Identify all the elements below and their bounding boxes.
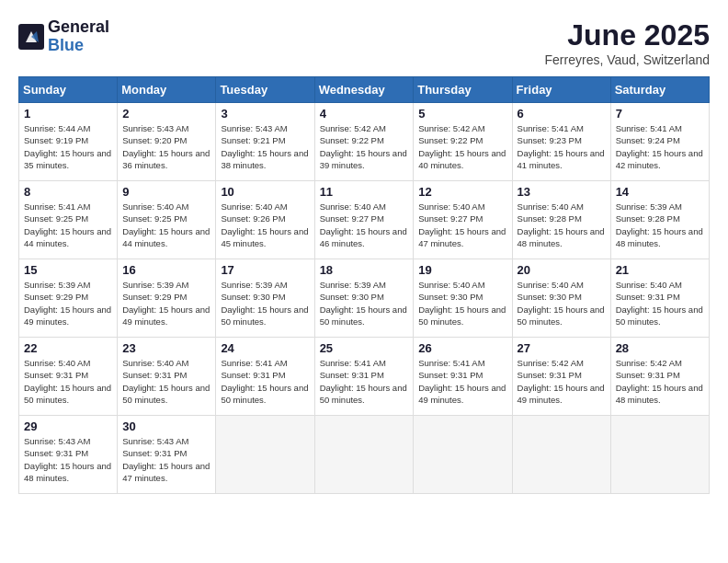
calendar-cell: 7 Sunrise: 5:41 AMSunset: 9:24 PMDayligh… — [610, 103, 709, 181]
day-info: Sunrise: 5:39 AMSunset: 9:29 PMDaylight:… — [122, 279, 210, 327]
day-info: Sunrise: 5:39 AMSunset: 9:29 PMDaylight:… — [24, 279, 112, 327]
day-number: 18 — [320, 263, 409, 277]
calendar-cell: 5 Sunrise: 5:42 AMSunset: 9:22 PMDayligh… — [414, 103, 512, 181]
day-number: 30 — [122, 419, 210, 433]
month-title: June 2025 — [545, 18, 710, 52]
day-info: Sunrise: 5:39 AMSunset: 9:30 PMDaylight:… — [320, 279, 409, 327]
day-number: 26 — [418, 341, 506, 355]
day-info: Sunrise: 5:40 AMSunset: 9:31 PMDaylight:… — [122, 357, 210, 406]
calendar-cell — [216, 416, 314, 494]
day-header-thursday: Thursday — [414, 77, 512, 103]
day-info: Sunrise: 5:40 AMSunset: 9:26 PMDaylight:… — [221, 201, 309, 249]
day-number: 9 — [122, 185, 210, 199]
day-info: Sunrise: 5:42 AMSunset: 9:31 PMDaylight:… — [616, 357, 704, 406]
calendar-cell: 21 Sunrise: 5:40 AMSunset: 9:31 PMDaylig… — [610, 259, 709, 338]
logo-text: General Blue — [48, 18, 109, 55]
calendar-header-row: SundayMondayTuesdayWednesdayThursdayFrid… — [19, 77, 710, 103]
calendar-week-row: 15 Sunrise: 5:39 AMSunset: 9:29 PMDaylig… — [19, 259, 710, 338]
day-info: Sunrise: 5:40 AMSunset: 9:25 PMDaylight:… — [122, 201, 210, 249]
calendar-cell: 10 Sunrise: 5:40 AMSunset: 9:26 PMDaylig… — [216, 181, 314, 259]
calendar-cell — [512, 416, 610, 494]
day-info: Sunrise: 5:43 AMSunset: 9:31 PMDaylight:… — [24, 435, 112, 484]
calendar-cell: 8 Sunrise: 5:41 AMSunset: 9:25 PMDayligh… — [19, 181, 118, 259]
calendar-cell: 24 Sunrise: 5:41 AMSunset: 9:31 PMDaylig… — [216, 338, 314, 416]
day-header-sunday: Sunday — [19, 77, 118, 103]
calendar-cell — [610, 416, 709, 494]
calendar-cell: 9 Sunrise: 5:40 AMSunset: 9:25 PMDayligh… — [118, 181, 216, 259]
day-header-tuesday: Tuesday — [216, 77, 314, 103]
day-info: Sunrise: 5:41 AMSunset: 9:31 PMDaylight:… — [221, 357, 309, 406]
logo-blue: Blue — [48, 37, 109, 55]
day-info: Sunrise: 5:40 AMSunset: 9:27 PMDaylight:… — [418, 201, 506, 249]
day-number: 11 — [320, 185, 409, 199]
day-number: 25 — [320, 341, 409, 355]
day-info: Sunrise: 5:40 AMSunset: 9:27 PMDaylight:… — [320, 201, 409, 249]
day-header-wednesday: Wednesday — [314, 77, 414, 103]
day-info: Sunrise: 5:40 AMSunset: 9:31 PMDaylight:… — [616, 279, 704, 327]
day-number: 24 — [221, 341, 309, 355]
day-number: 23 — [122, 341, 210, 355]
calendar-cell: 29 Sunrise: 5:43 AMSunset: 9:31 PMDaylig… — [19, 416, 118, 494]
calendar-cell: 23 Sunrise: 5:40 AMSunset: 9:31 PMDaylig… — [118, 338, 216, 416]
day-info: Sunrise: 5:42 AMSunset: 9:22 PMDaylight:… — [320, 122, 409, 171]
day-header-monday: Monday — [118, 77, 216, 103]
calendar-cell: 25 Sunrise: 5:41 AMSunset: 9:31 PMDaylig… — [314, 338, 414, 416]
calendar-cell: 3 Sunrise: 5:43 AMSunset: 9:21 PMDayligh… — [216, 103, 314, 181]
day-info: Sunrise: 5:42 AMSunset: 9:22 PMDaylight:… — [418, 122, 506, 171]
day-number: 17 — [221, 263, 309, 277]
day-info: Sunrise: 5:41 AMSunset: 9:24 PMDaylight:… — [616, 122, 704, 171]
day-info: Sunrise: 5:41 AMSunset: 9:31 PMDaylight:… — [418, 357, 506, 406]
day-info: Sunrise: 5:40 AMSunset: 9:28 PMDaylight:… — [518, 201, 606, 249]
day-number: 15 — [24, 263, 112, 277]
calendar-week-row: 29 Sunrise: 5:43 AMSunset: 9:31 PMDaylig… — [19, 416, 710, 494]
day-number: 28 — [616, 341, 704, 355]
day-number: 1 — [24, 107, 112, 121]
calendar-cell: 14 Sunrise: 5:39 AMSunset: 9:28 PMDaylig… — [610, 181, 709, 259]
calendar-cell: 18 Sunrise: 5:39 AMSunset: 9:30 PMDaylig… — [314, 259, 414, 338]
title-area: June 2025 Ferreyres, Vaud, Switzerland — [545, 18, 710, 67]
calendar-cell: 19 Sunrise: 5:40 AMSunset: 9:30 PMDaylig… — [414, 259, 512, 338]
calendar-cell: 22 Sunrise: 5:40 AMSunset: 9:31 PMDaylig… — [19, 338, 118, 416]
calendar-cell: 4 Sunrise: 5:42 AMSunset: 9:22 PMDayligh… — [314, 103, 414, 181]
calendar-cell: 16 Sunrise: 5:39 AMSunset: 9:29 PMDaylig… — [118, 259, 216, 338]
day-number: 16 — [122, 263, 210, 277]
day-info: Sunrise: 5:42 AMSunset: 9:31 PMDaylight:… — [518, 357, 606, 406]
day-info: Sunrise: 5:40 AMSunset: 9:30 PMDaylight:… — [418, 279, 506, 327]
day-info: Sunrise: 5:41 AMSunset: 9:25 PMDaylight:… — [24, 201, 112, 249]
day-info: Sunrise: 5:43 AMSunset: 9:31 PMDaylight:… — [122, 435, 210, 484]
day-number: 3 — [221, 107, 309, 121]
calendar-cell: 28 Sunrise: 5:42 AMSunset: 9:31 PMDaylig… — [610, 338, 709, 416]
page-header: General Blue June 2025 Ferreyres, Vaud, … — [18, 18, 710, 67]
day-number: 7 — [616, 107, 704, 121]
day-number: 13 — [518, 185, 606, 199]
calendar-week-row: 22 Sunrise: 5:40 AMSunset: 9:31 PMDaylig… — [19, 338, 710, 416]
day-number: 27 — [518, 341, 606, 355]
calendar-week-row: 1 Sunrise: 5:44 AMSunset: 9:19 PMDayligh… — [19, 103, 710, 181]
calendar-cell: 30 Sunrise: 5:43 AMSunset: 9:31 PMDaylig… — [118, 416, 216, 494]
day-info: Sunrise: 5:39 AMSunset: 9:30 PMDaylight:… — [221, 279, 309, 327]
day-number: 21 — [616, 263, 704, 277]
day-info: Sunrise: 5:40 AMSunset: 9:31 PMDaylight:… — [24, 357, 112, 406]
calendar-cell: 11 Sunrise: 5:40 AMSunset: 9:27 PMDaylig… — [314, 181, 414, 259]
day-info: Sunrise: 5:43 AMSunset: 9:20 PMDaylight:… — [122, 122, 210, 171]
day-info: Sunrise: 5:44 AMSunset: 9:19 PMDaylight:… — [24, 122, 112, 171]
logo-icon — [18, 24, 44, 50]
day-header-friday: Friday — [512, 77, 610, 103]
logo-general: General — [48, 18, 109, 37]
day-number: 12 — [418, 185, 506, 199]
day-info: Sunrise: 5:39 AMSunset: 9:28 PMDaylight:… — [616, 201, 704, 249]
day-number: 4 — [320, 107, 409, 121]
calendar-cell — [314, 416, 414, 494]
calendar-cell: 26 Sunrise: 5:41 AMSunset: 9:31 PMDaylig… — [414, 338, 512, 416]
day-info: Sunrise: 5:43 AMSunset: 9:21 PMDaylight:… — [221, 122, 309, 171]
calendar-cell: 2 Sunrise: 5:43 AMSunset: 9:20 PMDayligh… — [118, 103, 216, 181]
calendar-cell: 1 Sunrise: 5:44 AMSunset: 9:19 PMDayligh… — [19, 103, 118, 181]
day-number: 29 — [24, 419, 112, 433]
location: Ferreyres, Vaud, Switzerland — [545, 52, 710, 67]
calendar-cell: 15 Sunrise: 5:39 AMSunset: 9:29 PMDaylig… — [19, 259, 118, 338]
day-number: 8 — [24, 185, 112, 199]
calendar-cell: 6 Sunrise: 5:41 AMSunset: 9:23 PMDayligh… — [512, 103, 610, 181]
logo: General Blue — [18, 18, 109, 55]
calendar-cell: 13 Sunrise: 5:40 AMSunset: 9:28 PMDaylig… — [512, 181, 610, 259]
calendar-cell: 17 Sunrise: 5:39 AMSunset: 9:30 PMDaylig… — [216, 259, 314, 338]
